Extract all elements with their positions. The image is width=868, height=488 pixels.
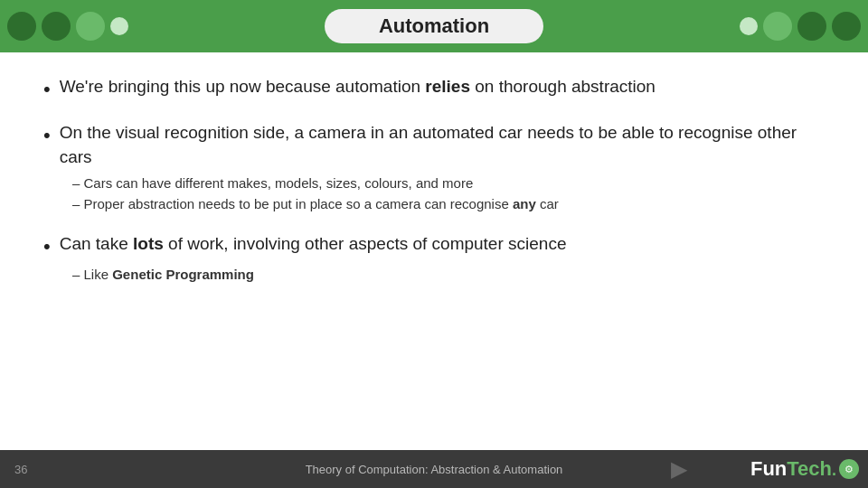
bullet-item-2: • On the visual recognition side, a came…	[43, 120, 825, 170]
slide-title: Automation	[325, 9, 543, 43]
logo-tech: Tech	[787, 457, 832, 480]
sub-bullets-3: – Like Genetic Programming	[72, 265, 825, 286]
circle-2	[42, 12, 71, 41]
bullet-dot-3: •	[43, 232, 51, 261]
bullet-text-2: On the visual recognition side, a camera…	[60, 120, 825, 170]
sub-bullets-2: – Cars can have different makes, models,…	[72, 174, 825, 215]
logo-fun: Fun	[750, 457, 787, 480]
top-bar-circles-left	[7, 12, 128, 41]
bullet-section-3: • Can take lots of work, involving other…	[43, 231, 825, 285]
bold-lots: lots	[133, 234, 164, 253]
chevron-right-icon: ▶	[671, 456, 687, 482]
circle-r2	[763, 12, 792, 41]
bold-relies: relies	[425, 77, 470, 96]
circle-3	[76, 12, 105, 41]
logo-suffix: .	[832, 461, 836, 479]
logo-fun-text: FunTech.	[750, 457, 836, 481]
funtech-gear-icon: ⚙	[839, 459, 859, 479]
bullet-text-3: Can take lots of work, involving other a…	[60, 231, 825, 257]
sub-bullet-2-2: – Proper abstraction needs to be put in …	[72, 194, 825, 215]
bold-genetic-programming: Genetic Programming	[112, 267, 254, 282]
main-content: • We're bringing this up now because aut…	[0, 52, 868, 466]
sub-bullet-3-1: – Like Genetic Programming	[72, 265, 825, 286]
gear-symbol: ⚙	[844, 464, 854, 475]
bullet-text-1: We're bringing this up now because autom…	[60, 74, 825, 99]
circle-r1	[740, 17, 758, 35]
circle-r4	[832, 12, 861, 41]
bullet-section-2: • On the visual recognition side, a came…	[43, 120, 825, 215]
footer-title: Theory of Computation: Abstraction & Aut…	[0, 463, 868, 476]
bullet-dot-1: •	[43, 75, 51, 104]
bullet-item-3: • Can take lots of work, involving other…	[43, 231, 825, 261]
circle-4	[110, 17, 128, 35]
top-bar: Automation	[0, 0, 868, 52]
bottom-bar: 36 Theory of Computation: Abstraction & …	[0, 450, 868, 488]
bullet-item-1: • We're bringing this up now because aut…	[43, 74, 825, 104]
bullet-section-1: • We're bringing this up now because aut…	[43, 74, 825, 104]
bullet-dot-2: •	[43, 121, 51, 150]
sub-bullet-2-1: – Cars can have different makes, models,…	[72, 174, 825, 194]
funtech-logo: FunTech. ⚙	[750, 457, 859, 481]
top-bar-circles-right	[740, 12, 861, 41]
bold-any: any	[513, 196, 536, 211]
title-text: Automation	[379, 14, 489, 37]
circle-1	[7, 12, 36, 41]
circle-r3	[797, 12, 826, 41]
page-number: 36	[14, 463, 27, 476]
